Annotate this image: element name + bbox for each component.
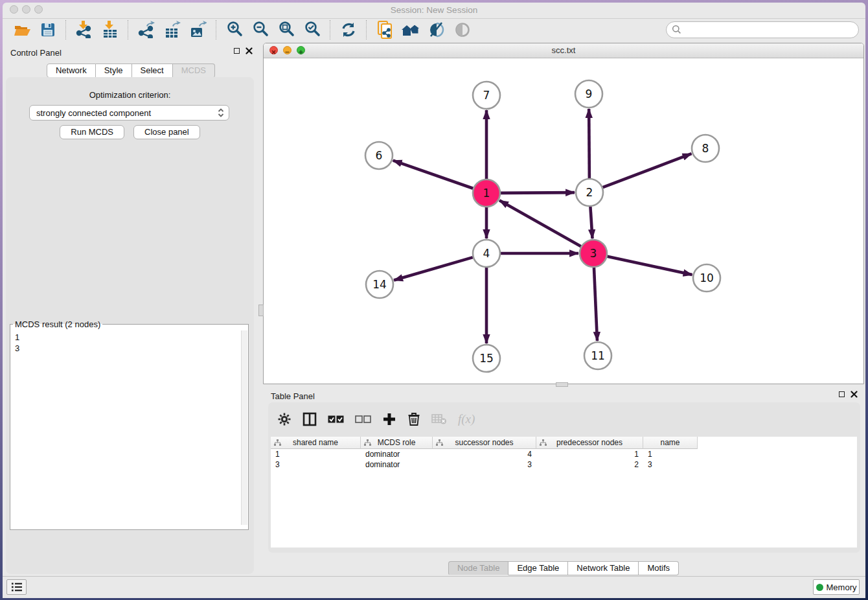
search-box (666, 21, 859, 38)
memory-status-dot-icon (816, 584, 823, 591)
graph-edge-2-9[interactable] (589, 109, 589, 178)
dropdown-value: strongly connected component (36, 108, 151, 118)
toolbar-separator (216, 20, 217, 40)
table-cell: 1 (536, 449, 643, 459)
close-panel-button[interactable]: Close panel (133, 125, 200, 139)
column-header-name[interactable]: name (643, 437, 698, 449)
network-window-titlebar[interactable]: scc.txt (264, 43, 863, 58)
toolbar-separator (65, 20, 67, 40)
zoom-in-icon[interactable] (225, 21, 244, 39)
optimization-criterion-label: Optimization criterion: (6, 90, 254, 100)
zoom-fit-icon[interactable] (277, 21, 296, 39)
table-cell: 4 (433, 449, 536, 459)
unselect-all-columns-icon[interactable] (355, 415, 371, 424)
table-row[interactable]: 3dominator323 (271, 459, 857, 470)
graph-edge-2-3[interactable] (590, 207, 592, 238)
show-column-icon[interactable] (303, 412, 317, 426)
graph-edge-3-11[interactable] (594, 268, 597, 341)
mcds-pane: Optimization criterion: strongly connect… (6, 77, 254, 574)
tab-network-table[interactable]: Network Table (568, 561, 639, 575)
close-panel-icon[interactable] (246, 47, 253, 54)
graph-edge-3-1[interactable] (499, 200, 581, 246)
tab-style[interactable]: Style (96, 63, 132, 78)
zoom-out-icon[interactable] (251, 21, 270, 39)
mcds-result-list[interactable]: 13 (11, 330, 241, 525)
table-header-row: shared nameMCDS rolesuccessor nodesprede… (271, 437, 857, 449)
graph-edge-1-6[interactable] (393, 161, 474, 189)
save-session-icon[interactable] (38, 21, 58, 39)
column-header-mcds-role[interactable]: MCDS role (361, 437, 433, 449)
graph-node-label-6: 6 (376, 149, 383, 162)
search-icon (672, 25, 681, 34)
control-panel: Control Panel NetworkStyleSelectMCDS Opt… (3, 40, 259, 577)
table-cell: 3 (271, 459, 361, 470)
mcds-result-line: 1 (15, 332, 241, 343)
delete-row-icon[interactable] (407, 412, 420, 426)
attribute-type-icon (436, 439, 443, 446)
function-builder-icon: f(x) (458, 412, 475, 426)
open-session-icon[interactable] (12, 21, 32, 39)
column-header-label: shared name (293, 438, 338, 447)
tab-edge-table[interactable]: Edge Table (508, 561, 568, 575)
toolbar-separator (330, 20, 331, 40)
import-table-icon[interactable] (100, 21, 120, 39)
run-mcds-button[interactable]: Run MCDS (60, 125, 124, 139)
export-image-icon[interactable] (188, 21, 208, 39)
task-list-icon (11, 582, 23, 592)
clone-network-icon[interactable] (375, 21, 394, 39)
graph-node-label-3: 3 (590, 247, 597, 260)
graph-edge-3-10[interactable] (607, 257, 692, 275)
export-network-icon[interactable] (137, 21, 156, 39)
app-titlebar: Session: New Session (3, 3, 865, 19)
memory-button[interactable]: Memory (813, 579, 860, 595)
add-row-icon[interactable] (382, 412, 396, 426)
mcds-result-box: MCDS result (2 nodes) 13 (10, 319, 249, 530)
zoom-selected-icon[interactable] (303, 21, 322, 39)
attribute-type-icon (274, 439, 281, 446)
control-panel-tabs: NetworkStyleSelectMCDS (3, 63, 259, 78)
column-header-successor-nodes[interactable]: successor nodes (433, 437, 536, 449)
attribute-type-icon (364, 439, 371, 446)
table-cell: 2 (536, 459, 643, 470)
table-settings-gear-icon[interactable] (277, 412, 291, 426)
close-table-panel-icon[interactable] (851, 391, 858, 398)
tab-select[interactable]: Select (132, 63, 173, 78)
toolbar-separator (366, 20, 367, 40)
column-header-predecessor-nodes[interactable]: predecessor nodes (536, 437, 643, 449)
result-scrollbar[interactable] (241, 330, 247, 525)
graph-edge-1-2[interactable] (501, 192, 575, 193)
column-header-shared-name[interactable]: shared name (271, 437, 361, 449)
table-cell: dominator (361, 459, 433, 470)
network-canvas[interactable]: 7968124314101511 (264, 58, 863, 384)
float-table-panel-icon[interactable] (839, 391, 845, 397)
split-grip-vertical[interactable] (258, 305, 264, 316)
tab-mcds[interactable]: MCDS (173, 63, 215, 78)
column-header-label: name (660, 438, 680, 447)
graph-edge-4-14[interactable] (394, 257, 473, 280)
graph-node-label-8: 8 (702, 142, 709, 155)
node-table-card: f(x) shared nameMCDS rolesuccessor nodes… (268, 402, 860, 553)
table-cell: 3 (643, 459, 698, 470)
float-panel-icon[interactable] (234, 48, 240, 54)
mcds-result-line: 3 (15, 343, 241, 354)
mcds-result-title: MCDS result (2 nodes) (13, 319, 102, 329)
memory-label: Memory (827, 583, 857, 592)
tab-node-table[interactable]: Node Table (448, 561, 509, 575)
optimization-criterion-select[interactable]: strongly connected component (29, 105, 229, 121)
column-header-filler (698, 437, 857, 449)
graph-edge-2-8[interactable] (603, 154, 692, 187)
tab-network[interactable]: Network (47, 63, 96, 78)
import-network-icon[interactable] (74, 21, 94, 39)
refresh-network-icon[interactable] (339, 21, 358, 39)
hide-graphics-details-icon[interactable] (427, 21, 446, 39)
home-view-icon[interactable] (401, 21, 420, 39)
select-all-columns-icon[interactable] (328, 415, 344, 424)
table-row[interactable]: 1dominator411 (271, 449, 857, 459)
export-table-icon[interactable] (163, 21, 182, 39)
task-history-button[interactable] (6, 579, 27, 595)
graph-node-label-4: 4 (483, 247, 490, 260)
tab-motifs[interactable]: Motifs (639, 561, 679, 575)
graph-node-label-15: 15 (479, 352, 494, 365)
attribute-type-icon (540, 439, 547, 446)
search-input[interactable] (685, 23, 858, 36)
